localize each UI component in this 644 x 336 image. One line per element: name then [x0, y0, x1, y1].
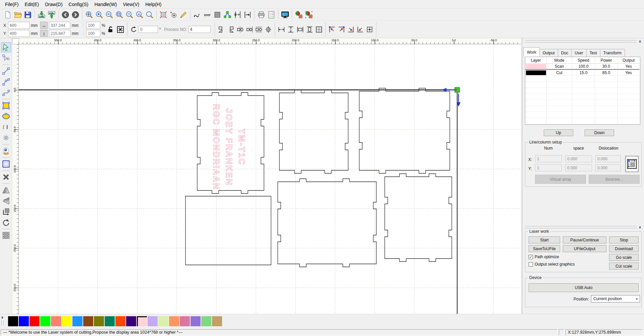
select-frame-icon[interactable]: [158, 10, 168, 20]
cn-tr-icon[interactable]: [337, 25, 346, 34]
start-button[interactable]: Start: [529, 236, 560, 243]
palette-color-2[interactable]: [19, 316, 29, 326]
cn-tl-icon[interactable]: [327, 25, 337, 34]
array-x-dislocation-input[interactable]: [595, 155, 621, 162]
stop-button[interactable]: Stop: [609, 236, 639, 243]
node-link-icon[interactable]: [222, 10, 232, 20]
palette-color-20[interactable]: [212, 316, 222, 326]
fill-rect-icon[interactable]: [212, 10, 222, 20]
al-1-icon[interactable]: [217, 25, 226, 34]
al-6-icon[interactable]: [264, 25, 273, 34]
open-folder-icon[interactable]: [13, 10, 23, 20]
v-guide-icon[interactable]: [232, 10, 243, 20]
array-x-num-input[interactable]: [535, 155, 562, 162]
layer-row-empty[interactable]: [525, 100, 640, 106]
height-resize-icon[interactable]: ↕: [40, 30, 48, 37]
layer-row-empty[interactable]: [525, 94, 640, 100]
undo-back-icon[interactable]: [60, 10, 70, 20]
tool-dither-icon[interactable]: [1, 159, 11, 169]
menu-draw[interactable]: Draw(D): [42, 1, 65, 8]
height-input[interactable]: [49, 30, 70, 37]
palette-color-1[interactable]: [8, 316, 18, 326]
bestrew-button[interactable]: Bestrew...: [589, 175, 640, 184]
sp-eqw-icon[interactable]: [296, 25, 305, 34]
zoom-all-icon[interactable]: A: [135, 10, 145, 20]
zoom-in-icon[interactable]: [94, 10, 104, 20]
palette-color-3[interactable]: [30, 316, 40, 326]
menu-file[interactable]: File(F): [2, 1, 21, 8]
close-panel-icon[interactable]: x: [638, 39, 642, 44]
palette-color-18[interactable]: [191, 316, 201, 326]
palette-color-17[interactable]: [180, 316, 190, 326]
palette-color-4[interactable]: [40, 316, 50, 326]
layer-table[interactable]: LayerModeSpeedPowerOutputScan100.030.0Ye…: [525, 57, 640, 125]
palette-color-6[interactable]: [62, 316, 72, 326]
width-input[interactable]: [49, 22, 70, 29]
h-guide-icon[interactable]: [243, 10, 253, 20]
palette-color-7[interactable]: [72, 316, 83, 326]
cn-br-icon[interactable]: [346, 25, 356, 34]
save-to-ufile-button[interactable]: SaveToUFile: [529, 245, 560, 252]
tool-mirror-v-icon[interactable]: [1, 196, 11, 206]
tool-point-icon[interactable]: [1, 133, 11, 143]
zoom-page-icon[interactable]: [114, 10, 124, 20]
tool-delete-icon[interactable]: [1, 172, 11, 182]
sp-grid-icon[interactable]: [314, 25, 324, 34]
tool-text-icon[interactable]: fI: [1, 122, 11, 132]
tool-line-icon[interactable]: [1, 66, 11, 76]
al-2-icon[interactable]: [226, 25, 235, 34]
palette-color-11[interactable]: [115, 316, 125, 326]
position-select[interactable]: Current position ▾: [591, 295, 640, 302]
tab-output[interactable]: Output: [539, 49, 558, 57]
tool-offset-icon[interactable]: [1, 207, 11, 217]
palette-color-16[interactable]: [169, 316, 179, 326]
curve-tool-icon[interactable]: [192, 10, 202, 20]
tool-curve-icon[interactable]: [1, 88, 11, 98]
array-x-space-input[interactable]: [565, 155, 592, 162]
task-output-icon[interactable]: [266, 10, 276, 20]
virtual-array-button[interactable]: Virtual array: [535, 175, 586, 184]
tool-node-icon[interactable]: [1, 53, 11, 63]
width-resize-icon[interactable]: ↔: [40, 22, 48, 29]
new-file-icon[interactable]: [3, 10, 13, 20]
tab-user[interactable]: User: [571, 49, 586, 57]
layer-down-button[interactable]: Down: [585, 129, 614, 136]
path-optimize-checkbox[interactable]: ✓: [529, 255, 533, 259]
output-select-graphics-checkbox[interactable]: [529, 262, 533, 267]
bmp-tool-icon[interactable]: BMP: [202, 10, 212, 20]
height-percent-input[interactable]: [86, 30, 100, 37]
rotate-angle-input[interactable]: [139, 26, 158, 33]
anchor-grid-icon[interactable]: [115, 22, 125, 37]
drawing-canvas[interactable]: RGC MONDRIAANJOEY FRANKENTM-T1C: [19, 44, 521, 314]
tab-doc[interactable]: Doc: [558, 49, 572, 57]
layer-row-empty[interactable]: [525, 106, 640, 112]
layer-row[interactable]: Cut15.085.0Yes: [525, 70, 640, 76]
sp-eqh-icon[interactable]: [305, 25, 314, 34]
panel-grip[interactable]: [525, 226, 637, 229]
zoom-dither-icon[interactable]: [124, 10, 135, 20]
layer-row-empty[interactable]: [525, 88, 640, 94]
layer-row[interactable]: Scan100.030.0Yes: [525, 64, 640, 70]
palette-color-9[interactable]: [94, 316, 104, 326]
y-position-input[interactable]: [8, 30, 30, 37]
ufile-output-button[interactable]: UFileOutput: [563, 245, 606, 252]
go-scale-button[interactable]: Go scale: [609, 254, 639, 261]
al-4-icon[interactable]: [245, 25, 254, 34]
simulate-icon[interactable]: [294, 10, 304, 20]
x-position-input[interactable]: [8, 22, 30, 29]
menu-edit[interactable]: Edit(E): [21, 1, 42, 8]
palette-color-12[interactable]: [126, 316, 136, 326]
menu-view[interactable]: View(V): [120, 1, 142, 8]
print-icon[interactable]: [256, 10, 266, 20]
tool-mirror-h-icon[interactable]: [1, 185, 11, 195]
sp-h-icon[interactable]: [277, 25, 286, 34]
engrave-text[interactable]: RGC MONDRIAANJOEY FRANKENTM-T1C: [210, 100, 250, 194]
process-no-input[interactable]: [189, 26, 211, 33]
zoom-view-icon[interactable]: [145, 10, 155, 20]
pick-point-icon[interactable]: [168, 10, 178, 20]
al-3-icon[interactable]: [235, 25, 245, 34]
tool-rotate-icon[interactable]: [1, 217, 11, 227]
cut-panel-6[interactable]: [385, 174, 452, 262]
tab-work[interactable]: Work: [524, 47, 540, 57]
save-file-icon[interactable]: [23, 10, 33, 20]
